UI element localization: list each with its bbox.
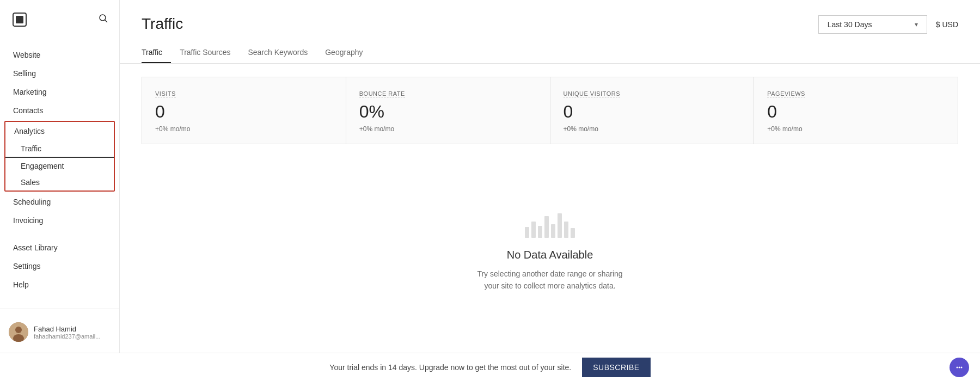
svg-point-9 (959, 366, 960, 368)
chat-icon[interactable] (950, 358, 969, 377)
stat-change-unique-visitors: +0% mo/mo (564, 125, 741, 133)
stat-value-bounce-rate: 0% (359, 102, 537, 122)
user-name: Fahad Hamid (34, 325, 100, 333)
page-header: Traffic Last 30 Days ▾ $ USD (120, 0, 980, 34)
sidebar-item-asset-library[interactable]: Asset Library (0, 238, 119, 257)
chart-bar (571, 228, 575, 238)
tabs-bar: Traffic Traffic Sources Search Keywords … (120, 42, 980, 64)
stat-label-pageviews: PAGEVIEWS (767, 90, 805, 97)
svg-point-2 (100, 15, 106, 21)
no-data-section: No Data Available Try selecting another … (120, 144, 980, 353)
squarespace-logo[interactable] (11, 11, 28, 28)
chart-bar (538, 226, 542, 238)
user-email: fahadhamid237@amail... (34, 333, 100, 340)
chevron-down-icon: ▾ (915, 21, 918, 28)
stat-change-visits: +0% mo/mo (155, 125, 333, 133)
stat-value-pageviews: 0 (767, 102, 945, 122)
no-data-title: No Data Available (507, 249, 593, 261)
chart-bar (558, 213, 562, 238)
no-data-subtitle: Try selecting another date range or shar… (477, 268, 622, 292)
trial-bar: Your trial ends in 14 days. Upgrade now … (0, 353, 980, 381)
user-info: Fahad Hamid fahadhamid237@amail... (34, 325, 100, 340)
sidebar-item-marketing[interactable]: Marketing (0, 83, 119, 101)
sidebar-item-engagement[interactable]: Engagement (5, 158, 114, 174)
chart-bar (544, 216, 549, 238)
svg-line-3 (105, 20, 108, 22)
stat-value-unique-visitors: 0 (564, 102, 741, 122)
stat-card-visits: VISITS 0 +0% mo/mo (142, 77, 346, 144)
search-icon[interactable] (99, 14, 108, 26)
trial-message: Your trial ends in 14 days. Upgrade now … (329, 363, 571, 372)
stat-card-pageviews: PAGEVIEWS 0 +0% mo/mo (754, 77, 958, 144)
svg-point-8 (957, 366, 958, 368)
stats-row: VISITS 0 +0% mo/mo BOUNCE RATE 0% +0% mo… (142, 77, 958, 144)
avatar (9, 322, 28, 342)
analytics-section: Analytics Traffic Engagement Sales (4, 121, 115, 192)
chart-bar (531, 222, 536, 238)
page-title: Traffic (142, 15, 183, 33)
chart-bar (551, 224, 555, 238)
subscribe-button[interactable]: SUBSCRIBE (582, 358, 650, 377)
sidebar-item-website[interactable]: Website (0, 46, 119, 64)
header-right: Last 30 Days ▾ $ USD (818, 15, 958, 34)
sidebar-nav: Website Selling Marketing Contacts Analy… (0, 37, 119, 309)
user-section[interactable]: Fahad Hamid fahadhamid237@amail... (0, 318, 119, 346)
stat-change-bounce-rate: +0% mo/mo (359, 125, 537, 133)
main-content: Traffic Last 30 Days ▾ $ USD Traffic Tra… (120, 0, 980, 353)
tab-geography[interactable]: Geography (325, 42, 371, 63)
date-range-dropdown[interactable]: Last 30 Days ▾ (818, 15, 927, 34)
sidebar-bottom: Fahad Hamid fahadhamid237@amail... (0, 309, 119, 353)
svg-point-10 (961, 366, 963, 368)
sidebar-item-analytics[interactable]: Analytics (5, 122, 114, 140)
sidebar-item-contacts[interactable]: Contacts (0, 101, 119, 120)
sidebar-top (0, 0, 119, 37)
sidebar-item-traffic[interactable]: Traffic (5, 140, 114, 158)
sidebar-item-help[interactable]: Help (0, 275, 119, 294)
tab-traffic[interactable]: Traffic (142, 42, 171, 63)
sidebar-item-invoicing[interactable]: Invoicing (0, 211, 119, 230)
stat-label-bounce-rate: BOUNCE RATE (359, 90, 405, 97)
sidebar: Website Selling Marketing Contacts Analy… (0, 0, 120, 353)
sidebar-item-scheduling[interactable]: Scheduling (0, 193, 119, 211)
sidebar-item-settings[interactable]: Settings (0, 257, 119, 275)
svg-rect-1 (16, 16, 23, 23)
sidebar-item-selling[interactable]: Selling (0, 64, 119, 83)
no-data-chart-icon (525, 205, 575, 238)
sidebar-item-sales[interactable]: Sales (5, 174, 114, 190)
chart-bar (525, 227, 529, 238)
stat-label-visits: VISITS (155, 90, 176, 97)
chart-bar (564, 222, 568, 238)
svg-point-5 (15, 327, 22, 333)
tab-search-keywords[interactable]: Search Keywords (248, 42, 317, 63)
stat-card-bounce-rate: BOUNCE RATE 0% +0% mo/mo (346, 77, 550, 144)
stat-card-unique-visitors: UNIQUE VISITORS 0 +0% mo/mo (550, 77, 755, 144)
tab-traffic-sources[interactable]: Traffic Sources (180, 42, 239, 63)
stat-label-unique-visitors: UNIQUE VISITORS (564, 90, 620, 97)
currency-label: $ USD (936, 20, 958, 29)
stat-change-pageviews: +0% mo/mo (767, 125, 945, 133)
stat-value-visits: 0 (155, 102, 333, 122)
